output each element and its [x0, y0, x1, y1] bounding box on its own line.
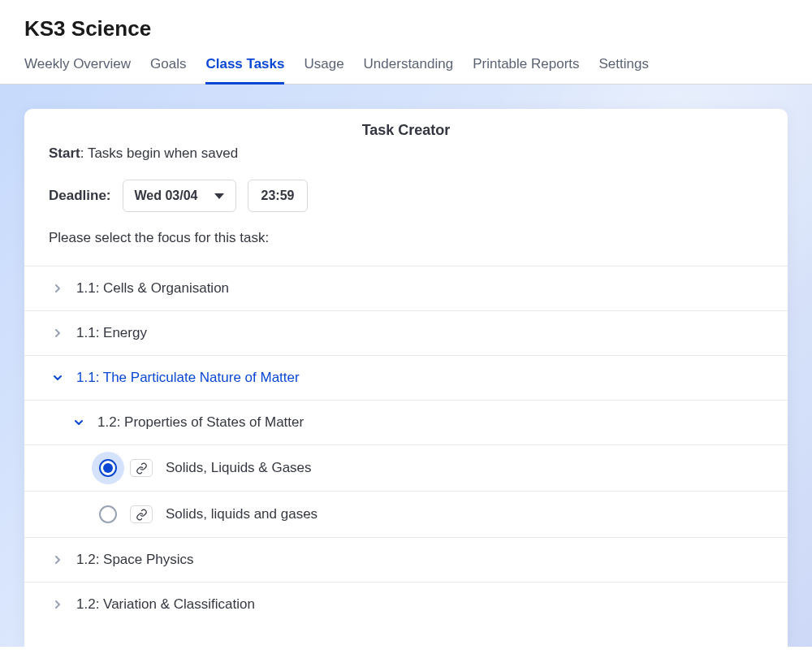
topic-label: 1.2: Properties of States of Matter: [97, 414, 304, 431]
radio-unselected[interactable]: [99, 505, 117, 523]
start-line: Start: Tasks begin when saved: [49, 145, 763, 162]
page-title: KS3 Science: [24, 16, 788, 41]
topic-row[interactable]: 1.2: Space Physics: [24, 538, 788, 583]
topic-leaf-row[interactable]: Solids, liquids and gases: [24, 492, 788, 538]
tab-settings[interactable]: Settings: [599, 56, 649, 84]
deadline-time-input[interactable]: 23:59: [248, 180, 309, 212]
tab-class-tasks[interactable]: Class Tasks: [205, 56, 284, 84]
topic-row[interactable]: 1.1: Energy: [24, 311, 788, 356]
card-title: Task Creator: [24, 109, 788, 139]
tab-understanding[interactable]: Understanding: [364, 56, 454, 84]
chevron-down-icon: [52, 372, 63, 384]
link-icon[interactable]: [130, 505, 153, 523]
tab-weekly-overview[interactable]: Weekly Overview: [24, 56, 131, 84]
topic-row[interactable]: 1.1: Cells & Organisation: [24, 266, 788, 311]
chevron-right-icon: [52, 327, 63, 339]
chevron-right-icon: [52, 283, 63, 294]
start-label: Start: [49, 145, 80, 161]
topic-label: 1.1: Energy: [76, 325, 147, 341]
deadline-label: Deadline:: [49, 188, 111, 204]
topic-row[interactable]: 1.1: The Particulate Nature of Matter: [24, 356, 788, 401]
caret-down-icon: [214, 193, 224, 199]
topic-label: 1.2: Space Physics: [76, 552, 194, 568]
topic-label: 1.1: Cells & Organisation: [76, 280, 229, 297]
topic-label: 1.1: The Particulate Nature of Matter: [76, 370, 300, 386]
focus-instruction: Please select the focus for this task:: [49, 230, 763, 246]
deadline-date-dropdown[interactable]: Wed 03/04: [123, 180, 236, 212]
tab-bar: Weekly Overview Goals Class Tasks Usage …: [0, 56, 812, 84]
task-creator-card: Task Creator Start: Tasks begin when sav…: [24, 109, 788, 647]
topic-row[interactable]: 1.2: Variation & Classification: [24, 583, 788, 626]
topic-list: 1.1: Cells & Organisation 1.1: Energy 1.…: [24, 266, 788, 626]
chevron-right-icon: [52, 554, 63, 566]
radio-selected[interactable]: [99, 459, 117, 477]
start-value: Tasks begin when saved: [88, 145, 238, 161]
topic-leaf-row[interactable]: Solids, Liquids & Gases: [24, 445, 788, 492]
deadline-time-value: 23:59: [261, 188, 295, 202]
tab-usage[interactable]: Usage: [304, 56, 343, 84]
topic-label: Solids, liquids and gases: [166, 506, 317, 522]
chevron-right-icon: [52, 599, 63, 610]
tab-printable-reports[interactable]: Printable Reports: [473, 56, 579, 84]
topic-row[interactable]: 1.2: Properties of States of Matter: [24, 401, 788, 445]
topic-label: Solids, Liquids & Gases: [166, 460, 312, 476]
link-icon[interactable]: [130, 459, 153, 477]
deadline-date-value: Wed 03/04: [135, 188, 198, 203]
tab-goals[interactable]: Goals: [150, 56, 186, 84]
topic-label: 1.2: Variation & Classification: [76, 596, 255, 613]
chevron-down-icon: [73, 417, 84, 428]
